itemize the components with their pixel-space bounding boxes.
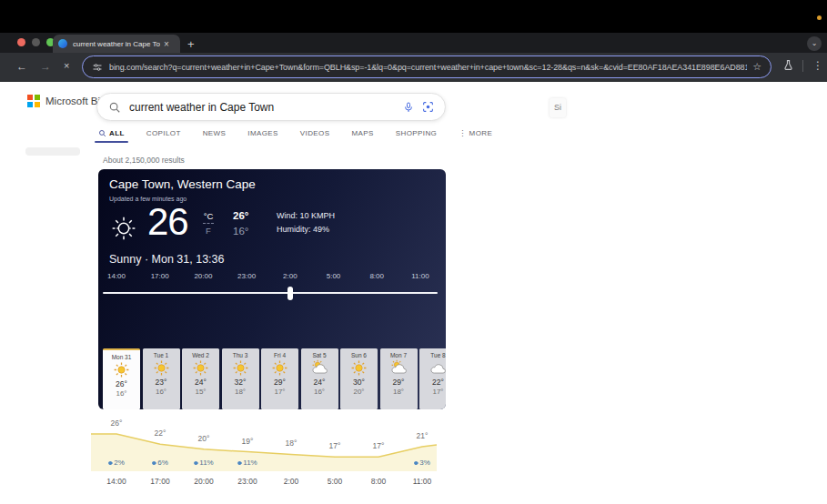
chart-temp-label: 19° [242,437,254,446]
daily-forecast-strip: Mon 3126°16°Tue 123°16°Wed 224°15°Thu 33… [103,348,446,409]
tab-shopping[interactable]: SHOPPING [396,129,437,143]
search-input[interactable] [129,101,395,114]
chart-time-label: 20:00 [194,477,213,486]
hourly-temperature-chart: 26°22°20°19°18°17°17°21°2%6%11%11%3%14:0… [91,412,437,496]
daily-day: Mon 31 [112,354,132,360]
tab-maps[interactable]: MAPS [351,129,373,143]
fahrenheit-option[interactable]: F [201,226,216,236]
hourly-slider-labels: 14:0017:0020:0023:002:005:008:0011:00 [98,272,446,283]
daily-day: Fri 4 [274,352,286,358]
daily-card-tue-8[interactable]: Tue 822°17° [419,348,446,409]
daily-day: Sat 5 [312,352,326,358]
daily-card-sat-5[interactable]: Sat 524°16° [301,348,338,409]
tab-more[interactable]: ⋮MORE [459,129,492,143]
browser-menu-icon[interactable]: ⋮ [812,59,823,72]
chart-temp-label: 18° [286,438,298,448]
search-icon [108,101,121,114]
toolbar-divider [802,60,803,72]
celsius-option[interactable]: °C [201,211,216,221]
bing-favicon-icon [58,39,67,48]
slider-time-label[interactable]: 20:00 [194,272,212,280]
more-dots-icon: ⋮ [459,129,466,137]
sunny-icon [271,359,288,377]
daily-high: 29° [393,378,405,387]
slider-time-label[interactable]: 8:00 [369,272,384,280]
slider-time-label[interactable]: 14:00 [107,272,126,280]
search-vertical-tabs: ALLCOPILOTNEWSIMAGESVIDEOSMAPSSHOPPING⋮M… [98,129,492,143]
minimize-window-button[interactable] [32,38,40,46]
droplet-icon [237,460,242,466]
close-window-button[interactable] [17,38,25,46]
tab-videos[interactable]: VIDEOS [300,129,330,143]
browser-tab[interactable]: current weather in Cape Tow × [53,35,180,53]
new-tab-button[interactable]: + [187,40,195,49]
daily-card-tue-1[interactable]: Tue 123°16° [143,348,180,409]
wind-info: Wind: 10 KMPH [277,211,335,220]
daily-high: 24° [314,378,326,387]
visual-search-camera-icon[interactable] [422,101,434,113]
chart-time-label: 17:00 [150,477,169,486]
daily-card-mon-31[interactable]: Mon 3126°16° [103,348,140,409]
results-stats: About 2,150,000 results [103,156,185,165]
tune-icon [92,62,103,73]
chart-time-label: 8:00 [371,477,387,486]
microsoft-bing-logo-icon[interactable] [27,95,40,107]
slider-time-label[interactable]: 2:00 [283,272,298,280]
search-box[interactable] [96,93,446,121]
daily-day: Tue 8 [430,352,445,358]
bookmark-star-icon[interactable]: ☆ [752,61,761,73]
sign-in-button[interactable]: Si [550,98,566,117]
stop-loading-button[interactable]: × [64,60,69,71]
url-text: bing.com/search?q=current+weather+in+Cap… [109,63,747,72]
back-button[interactable]: ← [16,60,27,73]
time-slider-handle[interactable] [287,287,293,300]
forward-button[interactable]: → [40,60,51,73]
daily-card-wed-2[interactable]: Wed 224°15° [182,348,219,409]
sunny-icon [350,359,368,377]
temperature-area-chart [91,412,437,472]
chart-precip-label: 3% [414,459,430,467]
condition-line: Sunny · Mon 31, 13:36 [109,253,224,266]
sunny-icon [153,359,170,377]
daily-card-mon-7[interactable]: Mon 729°18° [380,348,418,409]
chart-time-label: 23:00 [237,477,257,486]
tab-images[interactable]: IMAGES [247,129,278,143]
daily-low: 20° [353,388,364,396]
tab-search-chevron-icon[interactable]: ⌄ [807,36,822,51]
chart-precip-label: 6% [152,459,168,467]
droplet-icon [193,460,198,466]
time-slider-track[interactable] [103,292,438,294]
high-temperature: 26° [233,210,248,221]
chart-time-label: 2:00 [284,477,299,486]
daily-day: Thu 3 [233,352,248,358]
daily-low: 15° [195,388,206,396]
chart-time-label: 11:00 [413,477,432,486]
daily-card-thu-3[interactable]: Thu 332°18° [222,348,259,409]
chart-temp-label: 22° [155,428,166,438]
tab-copilot[interactable]: COPILOT [146,129,181,143]
daily-high: 32° [235,378,247,387]
daily-card-fri-4[interactable]: Fri 429°17° [261,348,298,409]
daily-low: 16° [156,388,166,396]
bing-page: Microsoft Bing Si ALLCOPILOTNEWSIMAGESVI… [0,82,827,504]
partly-cloudy-icon [390,359,408,377]
daily-card-sun-6[interactable]: Sun 630°20° [340,348,378,409]
tab-news[interactable]: NEWS [203,129,227,143]
chart-temp-label: 17° [373,441,385,450]
daily-high: 22° [432,378,444,387]
tab-all[interactable]: ALL [98,129,125,143]
weather-card: Cape Town, Western Cape Updated a few mi… [98,169,446,409]
address-bar[interactable]: bing.com/search?q=current+weather+in+Cap… [82,55,772,78]
slider-time-label[interactable]: 5:00 [327,272,341,280]
unit-toggle[interactable]: °C F [201,211,216,236]
slider-time-label[interactable]: 23:00 [237,272,256,280]
slider-time-label[interactable]: 11:00 [411,272,429,280]
experiments-flask-icon[interactable] [782,59,794,71]
tab-close-icon[interactable]: × [164,39,169,49]
daily-day: Wed 2 [192,352,209,358]
microphone-icon[interactable] [403,101,414,114]
daily-day: Mon 7 [390,352,407,358]
slider-time-label[interactable]: 17:00 [151,272,169,280]
daily-low: 18° [393,388,404,396]
left-rail-placeholder [25,147,80,156]
